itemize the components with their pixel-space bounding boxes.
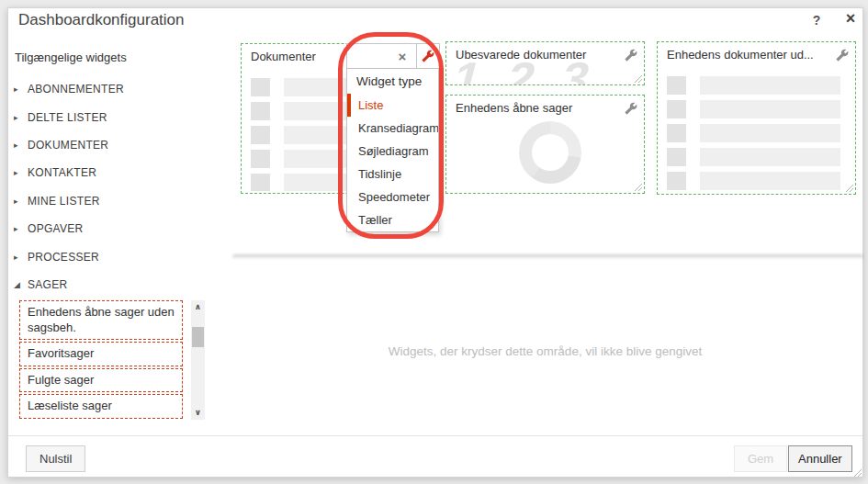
help-icon[interactable]: ? [808,13,825,28]
widget-title: Enhedens åbne sager [456,101,572,115]
widget-title: Dokumenter [251,50,316,63]
cancel-button[interactable]: Annuller [788,445,852,472]
category-label: DELTE LISTER [28,111,107,124]
counter-placeholder: 123 [446,51,624,85]
sidebar-category-processer[interactable]: ▸ PROCESSER [14,242,207,270]
chevron-right-icon: ▸ [14,84,28,94]
widget-list-item-clipped[interactable] [19,421,183,422]
dashboard-note: Widgets, der krydser dette område, vil i… [227,344,863,358]
widget-toolbar: × [346,43,440,69]
dialog-title: Dashboardkonfiguration [18,11,185,29]
category-label: SAGER [28,278,68,291]
available-widgets-heading: Tilgængelige widgets [15,51,127,64]
menu-option-tidslinje[interactable]: Tidslinje [347,163,438,186]
menu-option-liste[interactable]: Liste [347,94,438,117]
widget-list-item[interactable]: Fulgte sager [19,368,183,393]
dashboard-area-shadow [232,254,863,259]
sidebar-category-dokumenter[interactable]: ▸ DOKUMENTER [14,131,207,159]
widget-settings-button[interactable] [416,44,439,68]
widget-enhedens-dokumenter[interactable]: Enhedens dokumenter ud... [657,41,856,195]
list-placeholder-row [667,172,846,190]
footer-divider [8,435,862,436]
chevron-right-icon: ▸ [14,141,28,150]
scrollbar-thumb[interactable] [192,327,204,347]
remove-widget-icon[interactable]: × [389,49,416,64]
widget-list-item[interactable]: Favoritsager [19,342,183,366]
category-label: DOKUMENTER [28,139,108,152]
widget-type-menu: Widget type Liste Kransediagram Søjledia… [346,68,439,232]
chevron-right-icon: ▸ [14,224,28,233]
sidebar-category-abonnementer[interactable]: ▸ ABONNEMENTER [14,75,207,103]
widget-enhedens-aabne-sager[interactable]: Enhedens åbne sager [445,95,645,194]
sidebar-category-mine-lister[interactable]: ▸ MINE LISTER [14,187,207,215]
category-label: ABONNEMENTER [28,83,124,96]
widget-category-list: ▸ ABONNEMENTER ▸ DELTE LISTER ▸ DOKUMENT… [14,75,207,298]
category-label: OPGAVER [28,222,84,235]
screen: Dashboardkonfiguration ? × Tilgængelige … [0,0,868,484]
widget-title: Enhedens dokumenter ud... [667,48,814,62]
wrench-icon-active [422,50,434,62]
menu-option-taeller[interactable]: Tæller [347,208,438,231]
close-icon[interactable]: × [840,9,861,28]
menu-option-kransediagram[interactable]: Kransediagram [347,117,438,140]
chevron-right-icon: ▸ [14,197,28,206]
menu-option-soejlediagram[interactable]: Søjlediagram [347,140,438,163]
list-placeholder-row [667,100,846,118]
sidebar-category-kontakter[interactable]: ▸ KONTAKTER [14,159,207,186]
resize-grip-icon[interactable] [845,184,853,192]
wrench-icon[interactable] [625,49,637,62]
sidebar-category-opgaver[interactable]: ▸ OPGAVER [14,215,207,242]
category-label: MINE LISTER [28,195,100,208]
wrench-icon[interactable] [836,49,849,62]
reset-button[interactable]: Nulstil [26,445,85,472]
list-placeholder-row [667,76,846,95]
sidebar-category-delte-lister[interactable]: ▸ DELTE LISTER [14,103,207,130]
save-button[interactable]: Gem [734,445,787,472]
sidebar-category-sager[interactable]: ◢ SAGER [14,271,207,298]
widget-list-item[interactable]: Enhedens åbne sager uden sagsbeh. [19,300,183,340]
donut-chart-placeholder [519,121,581,184]
sager-widget-list: Enhedens åbne sager uden sagsbeh. Favori… [19,300,183,421]
list-placeholder-row [667,148,846,166]
resize-grip-icon[interactable] [634,183,642,191]
menu-header: Widget type [347,69,438,94]
category-label: KONTAKTER [28,166,96,179]
triangle-expanded-icon: ◢ [14,280,28,289]
list-placeholder [667,76,846,192]
menu-option-speedometer[interactable]: Speedometer [347,186,438,208]
chevron-right-icon: ▸ [14,113,28,122]
scroll-down-icon[interactable]: ∨ [191,406,205,420]
widget-ubesvarede-dokumenter[interactable]: Ubesvarede dokumenter 123 [445,41,645,85]
wrench-icon[interactable] [625,102,637,115]
chevron-right-icon: ▸ [14,253,28,262]
widget-list-item[interactable]: Læseliste sager [19,394,183,419]
category-label: PROCESSER [28,251,99,264]
resize-grip-icon[interactable] [634,74,642,83]
chevron-right-icon: ▸ [14,168,28,177]
sidebar-scrollbar[interactable]: ∧ ∨ [191,300,205,420]
list-placeholder-row [667,124,846,142]
scroll-up-icon[interactable]: ∧ [191,300,205,314]
